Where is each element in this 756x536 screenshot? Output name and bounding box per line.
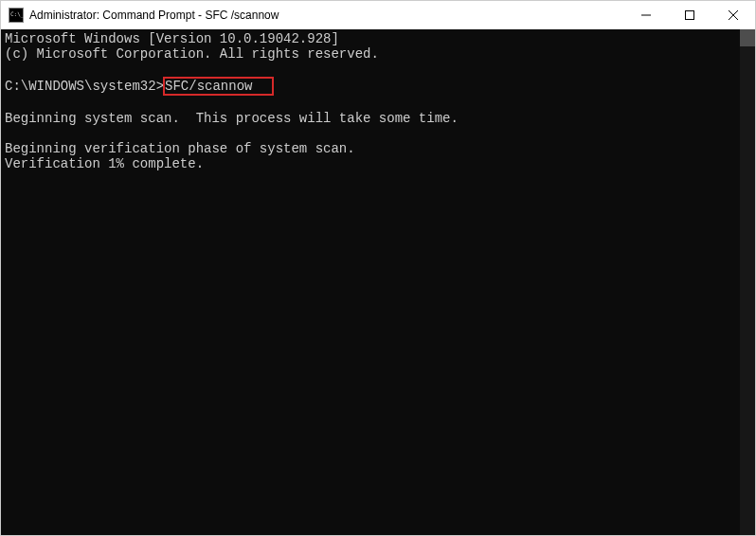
window-titlebar: Administrator: Command Prompt - SFC /sca… bbox=[1, 1, 755, 29]
console-line: Beginning verification phase of system s… bbox=[5, 141, 751, 156]
cmd-icon bbox=[9, 8, 24, 23]
maximize-icon bbox=[685, 10, 694, 20]
console-line: (c) Microsoft Corporation. All rights re… bbox=[5, 46, 751, 62]
svg-rect-1 bbox=[686, 11, 694, 20]
close-icon bbox=[729, 10, 738, 20]
prompt-path: C:\WINDOWS\system32> bbox=[5, 79, 164, 94]
console-line: Microsoft Windows [Version 10.0.19042.92… bbox=[5, 31, 751, 46]
window-title: Administrator: Command Prompt - SFC /sca… bbox=[29, 9, 624, 22]
command-highlight: SFC/scannow bbox=[163, 77, 274, 96]
minimize-icon bbox=[641, 10, 651, 20]
console-line bbox=[5, 126, 751, 141]
console-output[interactable]: Microsoft Windows [Version 10.0.19042.92… bbox=[1, 29, 755, 535]
command-text: SFC/scannow bbox=[165, 79, 252, 94]
console-line: Verification 1% complete. bbox=[5, 156, 751, 171]
scrollbar-thumb[interactable] bbox=[740, 29, 755, 46]
window-controls bbox=[624, 1, 755, 29]
console-line bbox=[5, 96, 751, 111]
console-prompt-line: C:\WINDOWS\system32>SFC/scannow bbox=[5, 77, 751, 96]
close-button[interactable] bbox=[711, 1, 755, 29]
vertical-scrollbar[interactable] bbox=[740, 29, 755, 535]
maximize-button[interactable] bbox=[668, 1, 711, 29]
minimize-button[interactable] bbox=[624, 1, 668, 29]
console-line bbox=[5, 62, 751, 77]
console-line: Beginning system scan. This process will… bbox=[5, 111, 751, 126]
